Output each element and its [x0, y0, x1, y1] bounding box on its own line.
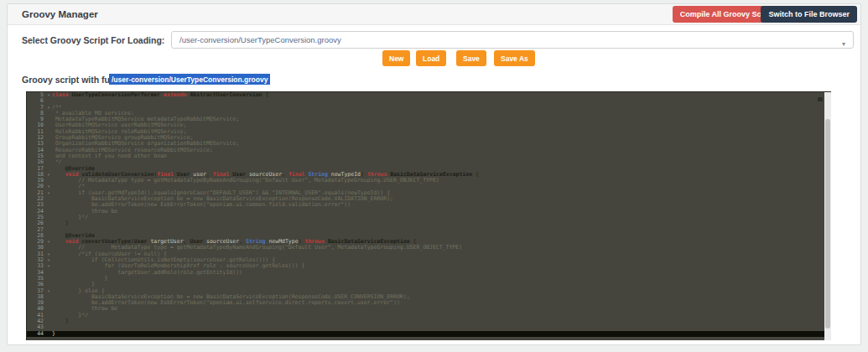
code-line[interactable]: 19 // MetadataType type = getMetadataTyp…: [27, 178, 831, 184]
fold-spacer: [45, 300, 52, 306]
save-as-button[interactable]: Save As: [494, 50, 535, 66]
code-editor[interactable]: 5▾class UserTypeConversionPerformer exte…: [26, 91, 831, 340]
fold-marker-icon[interactable]: ▾: [45, 92, 52, 98]
code-line-text: [52, 324, 831, 330]
save-button[interactable]: Save: [456, 50, 486, 66]
fold-spacer: [45, 306, 52, 312]
fold-spacer: [45, 141, 52, 147]
fold-spacer: [45, 122, 52, 128]
editor-scrollbar-thumb[interactable]: [825, 119, 830, 329]
fold-marker-icon[interactable]: ▾: [45, 288, 52, 294]
code-line[interactable]: 15 and context if you need other bean: [27, 153, 831, 159]
fold-marker-icon[interactable]: ▾: [45, 239, 52, 245]
code-line-text: throw be: [52, 209, 831, 215]
code-line-text: // MetadataType type = getMetadataTypeBy…: [52, 245, 831, 251]
code-line-text: [52, 98, 831, 104]
switch-to-file-browser-button[interactable]: Switch to File Browser: [761, 6, 857, 23]
fold-spacer: [45, 270, 52, 276]
fold-spacer: [45, 318, 52, 324]
fold-marker-icon[interactable]: ▾: [45, 257, 52, 263]
fold-spacer: [45, 220, 52, 226]
code-line-text: }*/: [52, 313, 831, 318]
fold-spacer: [45, 111, 52, 116]
code-line[interactable]: 5▾class UserTypeConversionPerformer exte…: [27, 92, 831, 98]
fold-spacer: [45, 98, 52, 104]
code-line-text: /**: [52, 105, 831, 111]
code-line-text: }: [52, 318, 831, 324]
fold-spacer: [45, 135, 52, 141]
code-line-text: }: [52, 276, 831, 282]
fold-spacer: [45, 148, 52, 153]
load-button[interactable]: Load: [416, 50, 446, 66]
select-script-label: Select Groovy Script For Loading:: [22, 35, 164, 45]
code-line[interactable]: 36 }: [27, 282, 831, 287]
code-line-text: [52, 227, 831, 233]
fold-marker-icon[interactable]: ▾: [45, 184, 52, 189]
fold-spacer: [45, 282, 52, 287]
fold-spacer: [45, 196, 52, 202]
groovy-manager-panel: Groovy Manager Compile All Groovy Script…: [7, 3, 861, 345]
fold-spacer: [45, 324, 52, 330]
code-line-text: be.addErrorToken(new EsbErrorToken("open…: [52, 300, 831, 306]
code-line-text: and context if you need other bean: [52, 153, 831, 159]
fold-spacer: [45, 209, 52, 215]
code-line[interactable]: 23 be.addErrorToken(new EsbErrorToken("o…: [27, 202, 831, 208]
fold-marker-icon[interactable]: ▾: [45, 105, 52, 111]
fold-spacer: [45, 129, 52, 135]
code-line-text: }: [52, 220, 831, 226]
code-line[interactable]: 41 }*/: [27, 313, 831, 318]
code-line[interactable]: 24 throw be: [27, 209, 831, 215]
fold-spacer: [45, 233, 52, 239]
code-line-text: class UserTypeConversionPerformer extend…: [52, 92, 831, 98]
code-line[interactable]: 39 be.addErrorToken(new EsbErrorToken("o…: [27, 300, 831, 306]
fold-marker-icon[interactable]: ▾: [45, 190, 52, 196]
code-line[interactable]: 26 }: [27, 220, 831, 226]
line-number: 44: [27, 331, 45, 337]
fold-spacer: [45, 153, 52, 159]
script-select-dropdown[interactable]: /user-conversion/UserTypeConversion.groo…: [171, 31, 854, 49]
fold-spacer: [45, 116, 52, 122]
page-title: Groovy Manager: [22, 9, 98, 19]
fold-spacer: [45, 294, 52, 300]
code-line[interactable]: 35 }: [27, 276, 831, 282]
fold-marker-icon[interactable]: ▾: [45, 172, 52, 178]
fold-spacer: [45, 166, 52, 172]
code-line-text: ResourceRabbitMQService resourceRabbitMQ…: [52, 148, 831, 153]
code-line[interactable]: 34 targetUser.addRole(role.getEntityId()…: [27, 270, 831, 276]
code-line[interactable]: 40 throw be: [27, 306, 831, 312]
fold-spacer: [45, 227, 52, 233]
fold-spacer: [45, 245, 52, 251]
full-path-value: /user-conversion/UserTypeConversion.groo…: [109, 74, 270, 85]
code-editor-lines[interactable]: 5▾class UserTypeConversionPerformer exte…: [27, 92, 831, 337]
code-line[interactable]: 16 */: [27, 159, 831, 165]
code-line[interactable]: 25 }*/: [27, 215, 831, 220]
code-line-text: }*/: [52, 215, 831, 220]
code-line-text: // MetadataType type = getMetadataTypeBy…: [52, 178, 831, 184]
code-line[interactable]: 7▾/**: [27, 105, 831, 111]
editor-vertical-scrollbar[interactable]: [824, 92, 831, 340]
code-line-text: */: [52, 159, 831, 165]
fold-spacer: [45, 215, 52, 220]
chevron-down-icon: ▾: [842, 36, 845, 52]
editor-overview-marker-icon: [818, 97, 823, 101]
code-line[interactable]: 27: [27, 227, 831, 233]
fold-marker-icon[interactable]: ▾: [45, 251, 52, 257]
fold-spacer: [45, 159, 52, 165]
code-line-text: }: [52, 331, 831, 337]
code-line-text: be.addErrorToken(new EsbErrorToken("open…: [52, 202, 831, 208]
fold-spacer: [45, 331, 52, 337]
fold-spacer: [45, 313, 52, 318]
fold-marker-icon[interactable]: ▾: [45, 263, 52, 269]
code-line[interactable]: 6: [27, 98, 831, 104]
fold-spacer: [45, 202, 52, 208]
code-line[interactable]: 44}: [27, 331, 831, 337]
fold-spacer: [45, 276, 52, 282]
new-button[interactable]: New: [382, 50, 410, 66]
script-select-value: /user-conversion/UserTypeConversion.groo…: [179, 35, 341, 44]
panel-header: Groovy Manager Compile All Groovy Script…: [8, 4, 860, 25]
code-line[interactable]: 43: [27, 324, 831, 330]
code-line-text: }: [52, 282, 831, 287]
fold-spacer: [45, 178, 52, 184]
code-line[interactable]: 42 }: [27, 318, 831, 324]
code-line-text: throw be: [52, 306, 831, 312]
